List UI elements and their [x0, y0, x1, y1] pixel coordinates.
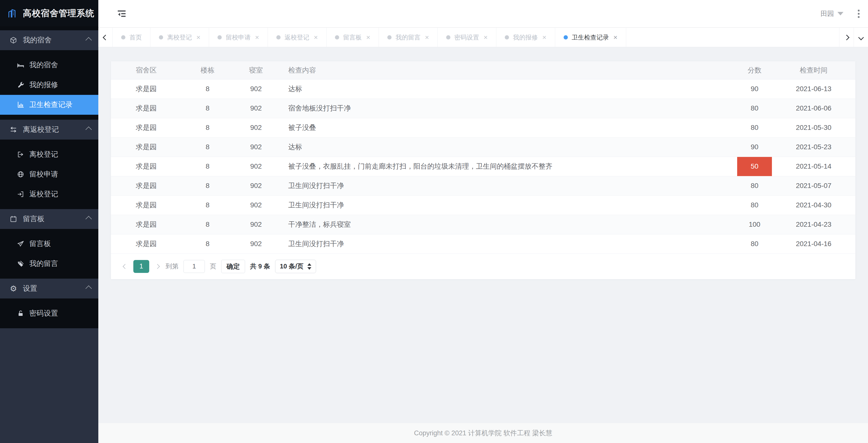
sidebar-item-stay-apply[interactable]: 留校申请: [0, 164, 98, 184]
main-content: 宿舍区 楼栋 寝室 检查内容 分数 检查时间 求是园 8 902 达标 90 2…: [98, 47, 868, 443]
sidebar-item-return-register[interactable]: 返校登记: [0, 184, 98, 204]
tab-label: 我的留言: [396, 33, 420, 41]
cell-score: 100: [737, 215, 772, 234]
sidebar-item-my-repair[interactable]: 我的报修: [0, 75, 98, 95]
sidebar-section-my-dorm[interactable]: 我的宿舍: [0, 30, 98, 50]
tab-return-register[interactable]: 返校登记 ×: [268, 28, 327, 47]
sidebar-section-leave-return[interactable]: 离返校登记: [0, 120, 98, 139]
cell-room: 902: [234, 137, 278, 157]
tab-my-messages[interactable]: 我的留言 ×: [379, 28, 437, 47]
cell-building: 8: [182, 99, 234, 118]
pagination-page-size-select[interactable]: 10 条/页: [275, 260, 316, 273]
close-icon[interactable]: ×: [255, 34, 259, 41]
section-label: 留言板: [23, 214, 44, 224]
page-size-value: 10 条/页: [280, 262, 303, 271]
cell-inspection-content: 达标: [278, 79, 737, 99]
tab-dot-icon: [159, 35, 163, 39]
sidebar-item-label: 密码设置: [29, 308, 58, 318]
close-icon[interactable]: ×: [542, 34, 546, 41]
column-header-building: 楼栋: [182, 61, 234, 79]
sidebar-item-label: 离校登记: [29, 150, 58, 159]
tab-leave-register[interactable]: 离校登记 ×: [151, 28, 209, 47]
cell-dorm-area: 求是园: [111, 137, 182, 157]
collapse-menu-icon[interactable]: [116, 8, 127, 19]
tab-password-settings[interactable]: 密码设置 ×: [438, 28, 496, 47]
tab-stay-apply[interactable]: 留校申请 ×: [209, 28, 268, 47]
tab-dot-icon: [446, 35, 451, 39]
column-header-room: 寝室: [234, 61, 278, 79]
top-navbar: 田园: [98, 0, 868, 28]
cell-dorm-area: 求是园: [111, 118, 182, 137]
tab-label: 密码设置: [454, 33, 479, 41]
bed-icon: [17, 61, 25, 69]
close-icon[interactable]: ×: [314, 34, 318, 41]
user-dropdown[interactable]: 田园: [820, 9, 843, 18]
pagination-next-button[interactable]: [154, 265, 161, 268]
tab-dot-icon: [276, 35, 281, 39]
tab-home[interactable]: 首页: [113, 28, 151, 47]
column-header-score: 分数: [737, 61, 772, 79]
pagination-prev-button[interactable]: [122, 265, 128, 268]
sidebar-section-settings[interactable]: ⚙ 设置: [0, 279, 98, 298]
sign-out-icon: [17, 150, 25, 159]
cell-score: 90: [737, 137, 772, 157]
buildings-logo-icon: [7, 7, 19, 19]
tab-my-repair[interactable]: 我的报修 ×: [496, 28, 555, 47]
chevron-up-icon: [85, 126, 92, 133]
cell-dorm-area: 求是园: [111, 176, 182, 195]
tab-label: 首页: [129, 33, 142, 41]
close-icon[interactable]: ×: [425, 34, 429, 41]
sidebar-section-message-board[interactable]: 留言板: [0, 209, 98, 229]
cell-inspection-content: 被子没叠，衣服乱挂，门前走廊未打扫，阳台的垃圾未清理，卫生间的桶盆摆放不整齐: [278, 157, 737, 176]
section-label: 离返校登记: [23, 125, 59, 135]
cube-icon: [9, 36, 18, 44]
sidebar-filler: [0, 328, 98, 443]
cell-inspection-content: 卫生间没打扫干净: [278, 234, 737, 254]
chevron-up-icon: [85, 216, 92, 222]
close-icon[interactable]: ×: [366, 34, 370, 41]
close-icon[interactable]: ×: [484, 34, 488, 41]
tab-dot-icon: [335, 35, 339, 39]
sidebar-item-my-messages[interactable]: 我的留言: [0, 254, 98, 274]
app-title: 高校宿舍管理系统: [23, 7, 94, 19]
tabs-menu-button[interactable]: [854, 28, 868, 47]
sidebar-item-hygiene-records[interactable]: 卫生检查记录: [0, 95, 98, 115]
tabs-bar: 首页 离校登记 × 留校申请 × 返校登记 × 留言板 × 我的留言 ×: [98, 28, 868, 47]
sidebar-item-label: 返校登记: [29, 189, 58, 199]
pagination-total-label: 共 9 条: [250, 262, 270, 271]
cell-dorm-area: 求是园: [111, 215, 182, 234]
hygiene-records-table: 宿舍区 楼栋 寝室 检查内容 分数 检查时间 求是园 8 902 达标 90 2…: [111, 61, 855, 254]
sidebar-item-message-board[interactable]: 留言板: [0, 234, 98, 254]
pagination-page-1-button[interactable]: 1: [133, 260, 149, 273]
cell-room: 902: [234, 99, 278, 118]
section-label: 设置: [23, 284, 37, 293]
tabs-scroll-right-button[interactable]: [839, 28, 854, 47]
calendar-icon: [9, 215, 18, 223]
cell-score: 80: [737, 118, 772, 137]
lock-icon: [17, 309, 25, 318]
sidebar-item-leave-register[interactable]: 离校登记: [0, 145, 98, 164]
tab-message-board[interactable]: 留言板 ×: [327, 28, 379, 47]
caret-down-icon: [837, 12, 843, 15]
sidebar-menu: 我的宿舍 我的宿舍 我的报修: [0, 26, 98, 328]
cell-room: 902: [234, 118, 278, 137]
app-logo: 高校宿舍管理系统: [0, 0, 98, 26]
table-row: 求是园 8 902 卫生间没打扫干净 80 2021-04-16: [111, 234, 855, 254]
close-icon[interactable]: ×: [196, 34, 200, 41]
sidebar-item-my-dorm[interactable]: 我的宿舍: [0, 55, 98, 75]
hygiene-records-panel: 宿舍区 楼栋 寝室 检查内容 分数 检查时间 求是园 8 902 达标 90 2…: [111, 61, 856, 279]
cell-inspection-content: 达标: [278, 137, 737, 157]
close-icon[interactable]: ×: [614, 34, 618, 41]
cell-room: 902: [234, 234, 278, 254]
tab-label: 留言板: [343, 33, 362, 41]
kebab-menu-icon[interactable]: [858, 10, 860, 18]
tab-hygiene-records[interactable]: 卫生检查记录 ×: [555, 28, 626, 47]
pagination-page-input[interactable]: [184, 260, 205, 273]
sidebar-item-password-settings[interactable]: 密码设置: [0, 304, 98, 323]
wrench-icon: [17, 81, 25, 89]
cell-room: 902: [234, 195, 278, 215]
table-row: 求是园 8 902 达标 90 2021-06-13: [111, 79, 855, 99]
cell-building: 8: [182, 118, 234, 137]
tabs-scroll-left-button[interactable]: [98, 28, 113, 47]
pagination-confirm-button[interactable]: 确定: [221, 260, 245, 273]
